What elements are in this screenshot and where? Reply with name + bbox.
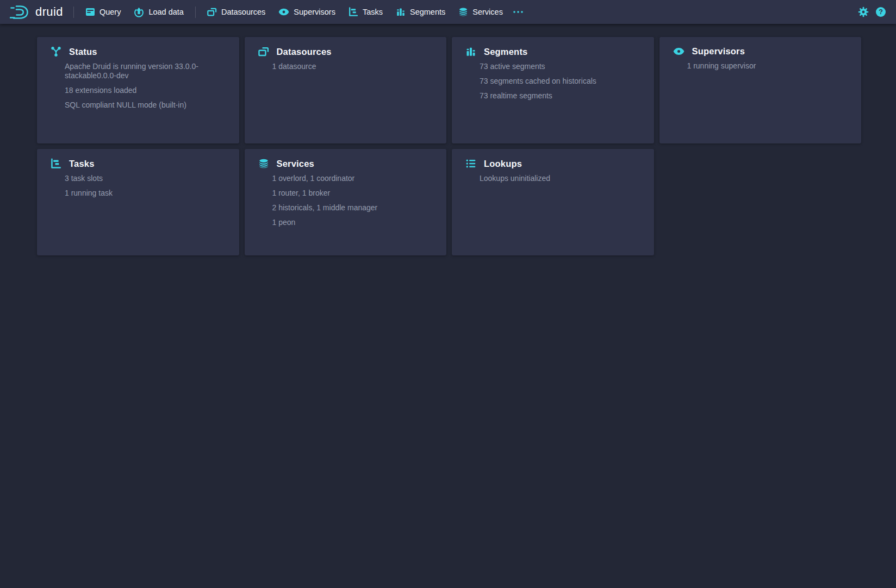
segments-card[interactable]: Segments 73 active segments 73 segments …	[452, 37, 654, 143]
help-button[interactable]: ?	[872, 0, 889, 24]
card-header: Lookups	[465, 158, 645, 169]
nav-item-label: Tasks	[363, 8, 383, 16]
lookups-status-text: Lookups uninitialized	[480, 174, 645, 183]
navbar-divider	[195, 7, 196, 18]
nav-item-supervisors[interactable]: Supervisors	[272, 0, 342, 24]
more-menu-button[interactable]	[509, 0, 527, 24]
properties-list-icon	[465, 158, 476, 169]
more-ellipsis-icon	[513, 10, 524, 14]
card-body: 73 active segments 73 segments cached on…	[480, 62, 645, 101]
eye-icon	[673, 47, 685, 55]
nav-item-label: Query	[99, 8, 121, 16]
nav-item-label: Datasources	[221, 8, 265, 16]
card-title: Services	[277, 159, 315, 169]
gantt-chart-icon	[349, 7, 358, 17]
status-extensions-text: 18 extensions loaded	[65, 86, 231, 95]
nav-item-query[interactable]: Query	[79, 0, 128, 24]
card-header: Services	[258, 158, 438, 169]
datasources-card[interactable]: Datasources 1 datasource	[245, 37, 447, 143]
stacked-bars-icon	[396, 7, 406, 17]
card-header: Tasks	[51, 158, 231, 169]
supervisors-card[interactable]: Supervisors 1 running supervisor	[659, 37, 862, 143]
nav-item-segments[interactable]: Segments	[389, 0, 452, 24]
card-header: Status	[51, 46, 231, 57]
card-body: 1 overlord, 1 coordinator 1 router, 1 br…	[272, 174, 438, 227]
card-title: Status	[69, 47, 97, 57]
card-title: Segments	[484, 47, 527, 57]
nav-item-label: Load data	[148, 8, 184, 16]
status-card[interactable]: Status Apache Druid is running version 3…	[37, 37, 239, 143]
card-header: Supervisors	[673, 46, 853, 57]
active-segments-text: 73 active segments	[480, 62, 645, 71]
nav-item-datasources[interactable]: Datasources	[201, 0, 272, 24]
datasources-stack-icon	[207, 7, 217, 17]
navbar-divider	[73, 7, 74, 18]
settings-button[interactable]	[855, 0, 872, 24]
druid-logo-icon	[10, 4, 30, 20]
task-slots-text: 3 task slots	[65, 174, 231, 183]
historicals-middlemanager-text: 2 historicals, 1 middle manager	[272, 203, 438, 212]
card-body: Apache Druid is running version 33.0.0-s…	[65, 62, 231, 110]
status-sql-mode-text: SQL compliant NULL mode (built-in)	[65, 101, 231, 110]
card-title: Lookups	[484, 159, 522, 169]
card-body: Lookups uninitialized	[480, 174, 645, 183]
peon-text: 1 peon	[272, 218, 438, 227]
druid-home-link[interactable]: druid	[10, 4, 63, 20]
nav-item-services[interactable]: Services	[452, 0, 509, 24]
stacked-bars-icon	[465, 46, 476, 57]
database-icon	[258, 158, 269, 169]
card-header: Segments	[465, 46, 645, 57]
card-title: Tasks	[69, 159, 95, 169]
home-card-grid: Status Apache Druid is running version 3…	[0, 24, 896, 268]
gear-icon	[858, 7, 869, 17]
running-supervisor-text: 1 running supervisor	[687, 61, 853, 71]
card-body: 3 task slots 1 running task	[65, 174, 231, 198]
card-title: Supervisors	[692, 46, 745, 57]
card-header: Datasources	[258, 46, 438, 57]
nav-item-label: Supervisors	[294, 8, 335, 16]
tasks-card[interactable]: Tasks 3 task slots 1 running task	[37, 149, 239, 255]
brand-wordmark: druid	[35, 5, 63, 19]
svg-text:?: ?	[879, 8, 883, 16]
services-card[interactable]: Services 1 overlord, 1 coordinator 1 rou…	[245, 149, 447, 255]
database-icon	[458, 7, 468, 17]
cached-segments-text: 73 segments cached on historicals	[480, 77, 645, 86]
overlord-coordinator-text: 1 overlord, 1 coordinator	[272, 174, 438, 183]
circle-arrow-up-icon	[134, 7, 144, 17]
lookups-card[interactable]: Lookups Lookups uninitialized	[452, 149, 654, 255]
card-title: Datasources	[277, 47, 332, 57]
running-task-text: 1 running task	[65, 189, 231, 198]
status-version-text: Apache Druid is running version 33.0.0-s…	[65, 62, 231, 80]
status-graph-icon	[51, 46, 61, 57]
datasources-stack-icon	[258, 46, 269, 57]
realtime-segments-text: 73 realtime segments	[480, 91, 645, 101]
card-body: 1 datasource	[272, 62, 438, 71]
application-icon	[85, 7, 95, 17]
card-body: 1 running supervisor	[687, 61, 853, 71]
top-navbar: druid Query Load data Datasources	[0, 0, 896, 24]
gantt-chart-icon	[51, 158, 61, 169]
router-broker-text: 1 router, 1 broker	[272, 189, 438, 198]
datasource-count-text: 1 datasource	[272, 62, 438, 71]
help-icon: ?	[875, 7, 886, 17]
eye-icon	[278, 8, 289, 16]
nav-item-tasks[interactable]: Tasks	[342, 0, 389, 24]
nav-item-load-data[interactable]: Load data	[127, 0, 190, 24]
nav-item-label: Services	[472, 8, 503, 16]
nav-item-label: Segments	[410, 8, 445, 16]
